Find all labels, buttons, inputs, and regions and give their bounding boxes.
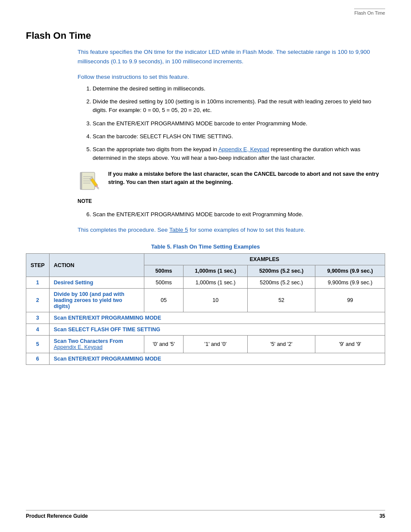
step-number: 3 <box>26 312 50 324</box>
example-cell: 500ms <box>144 277 184 289</box>
example-cell: '9' and '9' <box>315 336 385 353</box>
step-6-list: Scan the ENTER/EXIT PROGRAMMING MODE bar… <box>93 210 385 219</box>
table5-link[interactable]: Table 5 <box>169 227 188 233</box>
note-content: If you make a mistake before the last ch… <box>108 170 385 187</box>
table-row: 1 Desired Setting 500ms 1,000ms (1 sec.)… <box>26 277 385 289</box>
example-col-4: 9,900ms (9.9 sec.) <box>315 265 385 277</box>
footer-right: 35 <box>380 513 385 519</box>
step-6: Scan the ENTER/EXIT PROGRAMMING MODE bar… <box>93 210 385 219</box>
example-cell: '0' and '5' <box>144 336 184 353</box>
action-cell-span: Scan ENTER/EXIT PROGRAMMING MODE <box>49 353 385 365</box>
table-row: 4 Scan SELECT FLASH OFF TIME SETTING <box>26 324 385 336</box>
action-cell-span: Scan ENTER/EXIT PROGRAMMING MODE <box>49 312 385 324</box>
step-number: 4 <box>26 324 50 336</box>
example-cell: 5200ms (5.2 sec.) <box>247 277 315 289</box>
step-number: 5 <box>26 336 50 353</box>
action-cell: Divide by 100 (and pad with leading zero… <box>49 289 144 312</box>
table-row: 2 Divide by 100 (and pad with leading ze… <box>26 289 385 312</box>
example-cell: '5' and '2' <box>247 336 315 353</box>
svg-rect-5 <box>80 172 82 190</box>
step-number: 2 <box>26 289 50 312</box>
example-col-2: 1,000ms (1 sec.) <box>184 265 247 277</box>
example-cell: 9,900ms (9.9 sec.) <box>315 277 385 289</box>
example-cell: 99 <box>315 289 385 312</box>
action-cell: Desired Setting <box>49 277 144 289</box>
follow-text: Follow these instructions to set this fe… <box>78 74 385 80</box>
table-row: 6 Scan ENTER/EXIT PROGRAMMING MODE <box>26 353 385 365</box>
step-number: 6 <box>26 353 50 365</box>
example-col-3: 5200ms (5.2 sec.) <box>247 265 315 277</box>
footer: Product Reference Guide 35 <box>26 510 385 519</box>
page-title: Flash On Time <box>26 30 385 41</box>
step-5: Scan the appropriate two digits from the… <box>93 145 385 162</box>
example-col-1: 500ms <box>144 265 184 277</box>
note-icon <box>78 170 101 194</box>
note-label: NOTE <box>78 198 385 204</box>
col-examples: EXAMPLES <box>144 254 385 265</box>
page: Flash On Time Flash On Time This feature… <box>0 0 411 532</box>
action-cell: Scan Two Characters From Appendix E, Key… <box>49 336 144 353</box>
action-cell-span: Scan SELECT FLASH OFF TIME SETTING <box>49 324 385 336</box>
example-cell: '1' and '0' <box>184 336 247 353</box>
steps-list: Determine the desired setting in millise… <box>93 84 385 162</box>
step-2: Divide the desired setting by 100 (setti… <box>93 97 385 115</box>
footer-left: Product Reference Guide <box>26 513 88 519</box>
example-cell: 05 <box>144 289 184 312</box>
appendix-link[interactable]: Appendix E, Keypad <box>218 146 269 152</box>
examples-table: STEP ACTION EXAMPLES 500ms 1,000ms (1 se… <box>26 253 385 365</box>
example-cell: 10 <box>184 289 247 312</box>
section-header: Flash On Time <box>354 9 385 16</box>
appendix-link-table[interactable]: Appendix E, Keypad <box>54 344 103 350</box>
table-title: Table 5. Flash On Time Setting Examples <box>26 243 385 250</box>
table-row: 3 Scan ENTER/EXIT PROGRAMMING MODE <box>26 312 385 324</box>
example-cell: 52 <box>247 289 315 312</box>
completes-text: This completes the procedure. See Table … <box>78 227 385 233</box>
col-step: STEP <box>26 254 50 277</box>
note-box: If you make a mistake before the last ch… <box>78 170 385 194</box>
col-action: ACTION <box>49 254 144 277</box>
intro-paragraph: This feature specifies the ON time for t… <box>78 47 385 66</box>
step-number: 1 <box>26 277 50 289</box>
step-3: Scan the ENTER/EXIT PROGRAMMING MODE bar… <box>93 119 385 128</box>
table-row: 5 Scan Two Characters From Appendix E, K… <box>26 336 385 353</box>
example-cell: 1,000ms (1 sec.) <box>184 277 247 289</box>
step-4: Scan the barcode: SELECT FLASH ON TIME S… <box>93 132 385 141</box>
step-1: Determine the desired setting in millise… <box>93 84 385 93</box>
